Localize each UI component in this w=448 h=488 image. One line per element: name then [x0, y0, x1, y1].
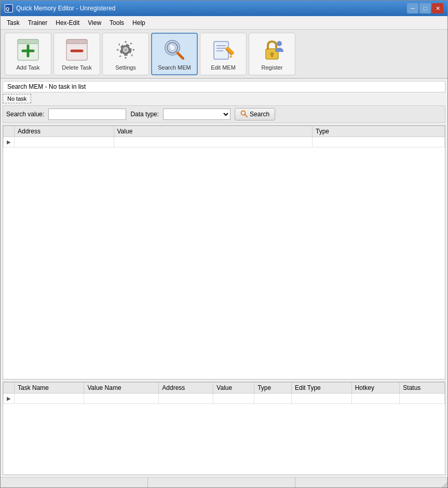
svg-line-32: [245, 114, 248, 117]
lower-col-value: Value: [213, 383, 254, 394]
delete-task-icon: [64, 37, 89, 62]
add-task-label: Add Task: [16, 64, 39, 71]
main-window: Q Quick Memory Editor - Unregistered ─ □…: [0, 0, 448, 488]
lower-col-indicator: [4, 383, 15, 394]
search-value-label: Search value:: [6, 111, 44, 118]
svg-rect-29: [271, 55, 273, 57]
datatype-label: Data type:: [130, 111, 159, 118]
settings-icon: [113, 37, 138, 62]
upper-col-indicator: [4, 126, 15, 137]
lower-col-edittype: Edit Type: [291, 383, 351, 394]
search-mem-icon: [162, 37, 187, 62]
upper-row-value: [114, 137, 313, 147]
menu-view[interactable]: View: [84, 18, 105, 28]
window-title: Quick Memory Editor - Unregistered: [16, 5, 115, 12]
register-icon: [260, 37, 284, 62]
lower-col-taskname: Task Name: [15, 383, 84, 394]
search-mem-button[interactable]: Search MEM: [151, 33, 198, 75]
upper-row-address: [15, 137, 114, 147]
status-segment-3: [295, 478, 447, 488]
lower-col-hotkey: Hotkey: [351, 383, 400, 394]
app-icon: Q: [5, 4, 13, 12]
add-task-button[interactable]: Add Task: [5, 33, 51, 75]
svg-line-33: [443, 485, 447, 488]
status-bar: [1, 477, 447, 488]
lower-row-arrow: ▶: [4, 394, 15, 404]
status-segment-1: [1, 478, 148, 488]
edit-mem-icon: [211, 37, 236, 62]
lower-row-address: [159, 394, 213, 404]
no-task-tab[interactable]: No task: [3, 94, 31, 103]
lower-col-type: Type: [254, 383, 292, 394]
edit-mem-button[interactable]: Edit MEM: [200, 33, 247, 75]
delete-task-label: Delete Task: [62, 64, 91, 71]
settings-label: Settings: [115, 64, 136, 71]
register-label: Register: [262, 64, 283, 71]
upper-table-area: Address Value Type ▶: [3, 125, 445, 379]
minimize-button[interactable]: ─: [407, 3, 418, 13]
search-icon: [240, 110, 248, 119]
lower-row-hotkey: [351, 394, 400, 404]
lower-row-status: [400, 394, 445, 404]
menu-bar: Task Trainer Hex-Edit View Tools Help: [1, 16, 447, 30]
svg-point-18: [170, 45, 173, 48]
register-button[interactable]: Register: [249, 33, 295, 75]
settings-button[interactable]: Settings: [102, 33, 149, 75]
search-row: Search value: Data type: Byte 2 Bytes 4 …: [3, 105, 445, 123]
edit-mem-label: Edit MEM: [211, 64, 236, 71]
lower-table-row-indicator: ▶: [4, 394, 445, 404]
add-task-icon: [16, 37, 40, 62]
lower-row-valuename: [84, 394, 159, 404]
svg-text:Q: Q: [6, 6, 9, 11]
window-controls: ─ □ ✕: [407, 3, 443, 13]
menu-hexedit[interactable]: Hex-Edit: [51, 18, 84, 28]
search-value-input[interactable]: [48, 109, 126, 120]
lower-row-value: [213, 394, 254, 404]
menu-tools[interactable]: Tools: [105, 18, 128, 28]
lower-col-address: Address: [159, 383, 213, 394]
upper-table: Address Value Type ▶: [3, 126, 445, 147]
upper-row-type: [313, 137, 445, 147]
upper-col-type: Type: [313, 126, 445, 137]
svg-marker-25: [229, 55, 233, 58]
main-content: Search MEM - No task in list No task Sea…: [1, 79, 447, 477]
menu-trainer[interactable]: Trainer: [24, 18, 52, 28]
toolbar: Add Task Delete Task: [1, 30, 447, 79]
upper-col-address: Address: [15, 126, 114, 137]
lower-table-area: Task Name Value Name Address Value Type: [3, 382, 445, 475]
lower-col-valuename: Value Name: [84, 383, 159, 394]
search-button-label: Search: [250, 111, 269, 118]
lower-col-status: Status: [400, 383, 445, 394]
title-bar-left: Q Quick Memory Editor - Unregistered: [5, 4, 115, 12]
upper-col-value: Value: [114, 126, 313, 137]
lower-row-type: [254, 394, 292, 404]
svg-rect-3: [18, 39, 38, 44]
close-button[interactable]: ✕: [432, 3, 443, 13]
task-selector: No task: [3, 94, 445, 103]
resize-handle[interactable]: [440, 481, 447, 488]
search-button[interactable]: Search: [235, 108, 275, 120]
lower-table: Task Name Value Name Address Value Type: [3, 382, 445, 404]
menu-help[interactable]: Help: [128, 18, 150, 28]
datatype-select[interactable]: Byte 2 Bytes 4 Bytes 8 Bytes Float Doubl…: [163, 109, 230, 120]
row-arrow: ▶: [4, 137, 15, 147]
lower-row-edittype: [291, 394, 351, 404]
status-segment-2: [148, 478, 295, 488]
svg-rect-7: [66, 39, 87, 44]
svg-rect-20: [214, 42, 228, 59]
title-bar: Q Quick Memory Editor - Unregistered ─ □…: [1, 1, 447, 16]
upper-table-row-indicator: ▶: [4, 137, 445, 147]
svg-point-30: [277, 41, 282, 46]
lower-row-taskname: [15, 394, 84, 404]
maximize-button[interactable]: □: [419, 3, 431, 13]
svg-point-13: [124, 48, 127, 51]
status-message: Search MEM - No task in list: [7, 83, 86, 90]
menu-task[interactable]: Task: [3, 18, 24, 28]
delete-task-button[interactable]: Delete Task: [53, 33, 100, 75]
content-status: Search MEM - No task in list: [3, 81, 445, 92]
search-mem-label: Search MEM: [158, 64, 191, 71]
